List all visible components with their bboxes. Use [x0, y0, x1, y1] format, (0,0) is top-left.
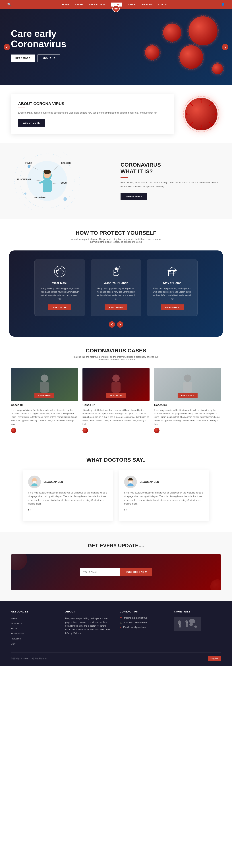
- doctor-1-name: DR.GOLAP DEN: [44, 480, 63, 483]
- hands-card-title: Wash Your Hands: [95, 281, 137, 285]
- svg-point-75: [190, 623, 193, 626]
- case-3-description: It is a long established fact that a rea…: [154, 408, 221, 426]
- footer-countries-col: COUNTRIES: [174, 610, 221, 647]
- list-item: Care: [11, 642, 58, 645]
- nav-news[interactable]: NEWS: [128, 3, 135, 6]
- svg-rect-29: [42, 180, 52, 192]
- doctors-heading: WHAT DOCTORS SAY..: [11, 457, 221, 463]
- footer-link-what[interactable]: What we do: [11, 622, 22, 625]
- symptoms-illustration: FEVER HEADACHE MUSCLE PAIN COUGH DYSPNOE…: [11, 152, 112, 210]
- footer-bottom-red-button[interactable]: 红色按钮: [208, 656, 221, 661]
- svg-point-12: [215, 113, 216, 115]
- svg-text:FEVER: FEVER: [25, 162, 32, 164]
- protect-next-arrow[interactable]: ❯: [117, 321, 123, 328]
- svg-point-31: [44, 170, 51, 174]
- about-corona-description: English. Many desktop publishing package…: [18, 111, 167, 115]
- svg-point-35: [24, 192, 26, 195]
- case-1-read-more-button[interactable]: READ MORE: [34, 393, 54, 398]
- svg-point-34: [63, 197, 67, 201]
- red-divider: [18, 107, 25, 108]
- svg-point-13: [190, 102, 191, 104]
- read-more-button[interactable]: READ MORE: [11, 55, 35, 62]
- protect-arrows: ❮ ❯: [16, 321, 216, 328]
- about-corona-card: ABOUT CORONA VIRUS English. Many desktop…: [11, 94, 174, 134]
- svg-point-51: [120, 268, 121, 269]
- nav-home[interactable]: HOME: [62, 3, 69, 6]
- case-3-read-more-button[interactable]: READ MORE: [178, 393, 198, 398]
- svg-point-57: [41, 374, 48, 382]
- hands-card-desc: Many desktop publishing packages and web…: [95, 287, 137, 301]
- home-icon: [166, 265, 178, 278]
- list-item: Home: [11, 617, 58, 620]
- mask-read-more-button[interactable]: READ MORE: [49, 304, 71, 310]
- doctor-2-description: It is a long established fact that a rea…: [124, 491, 204, 506]
- doctor-1-header: DR.GOLAP DEN: [28, 475, 108, 488]
- case-2-read-more-button[interactable]: READ MORE: [106, 393, 126, 398]
- mask-card-desc: Many desktop publishing packages and web…: [39, 287, 81, 301]
- home-card-desc: Many desktop publishing packages and web…: [151, 287, 193, 301]
- footer-link-media[interactable]: Media: [11, 627, 17, 630]
- footer-resources-heading: RESOURCES: [11, 610, 58, 613]
- list-item: Protection: [11, 637, 58, 640]
- footer-link-care[interactable]: Care: [11, 643, 16, 645]
- svg-rect-65: [33, 481, 36, 483]
- case-2-description: It is a long established fact that a rea…: [83, 408, 149, 426]
- doctor-2-quote: ": [124, 507, 204, 516]
- nav-about[interactable]: ABOUT: [75, 3, 84, 6]
- contact-address: 📍 Making this the first true: [120, 617, 167, 620]
- case-2-title: Cases 02: [83, 403, 149, 407]
- cases-grid: READ MORE Cases 01 It is a long establis…: [11, 368, 221, 435]
- site-logo[interactable]: [112, 5, 120, 12]
- symptoms-red-divider: [120, 177, 128, 178]
- svg-point-71: [179, 624, 181, 628]
- about-us-button[interactable]: ABOUT US: [37, 55, 60, 62]
- svg-rect-58: [40, 382, 49, 393]
- hands-read-more-button[interactable]: READ MORE: [105, 304, 127, 310]
- about-virus-image: [181, 98, 221, 130]
- protect-prev-arrow[interactable]: ❮: [109, 321, 115, 328]
- navbar: 🔍 HOME ABOUT TAKE ACTION COVID NEWS DOCT…: [0, 0, 232, 9]
- subscribe-button[interactable]: SUBSCRIBE NOW: [120, 568, 152, 576]
- user-icon[interactable]: 👤: [221, 3, 225, 6]
- symptoms-about-more-button[interactable]: ABOUT MORE: [120, 193, 147, 200]
- protect-section: HOW TO PROTECT YOURSELF when looking at …: [0, 219, 232, 337]
- svg-point-9: [200, 99, 202, 100]
- newsletter-section: GET EVERY UPDATE.... SUBSCRIBE NOW: [0, 532, 232, 601]
- hero-next-arrow[interactable]: ❯: [222, 44, 228, 50]
- nav-doctors[interactable]: DOCTORS: [141, 3, 153, 6]
- svg-text:DYSPNOEA: DYSPNOEA: [34, 196, 46, 198]
- footer-resources-links: Home What we do Media Travel Advice Prot…: [11, 617, 58, 645]
- footer-link-travel[interactable]: Travel Advice: [11, 632, 24, 635]
- svg-point-76: [194, 625, 197, 628]
- svg-point-70: [178, 620, 181, 625]
- hero-prev-arrow[interactable]: ❮: [4, 44, 10, 50]
- nav-take-action[interactable]: TAKE ACTION: [89, 3, 106, 6]
- virus-ball-1: [188, 16, 218, 45]
- about-corona-section: ABOUT CORONA VIRUS English. Many desktop…: [0, 85, 232, 143]
- svg-text:MUSCLE PAIN: MUSCLE PAIN: [17, 178, 31, 180]
- nav-contact[interactable]: CONTACT: [158, 3, 170, 6]
- svg-point-64: [31, 483, 37, 487]
- case-3-virus-dot: [154, 428, 160, 433]
- cases-heading: CORONAVIRUS CASES: [11, 347, 221, 354]
- svg-rect-60: [112, 382, 120, 393]
- footer-link-home[interactable]: Home: [11, 617, 17, 620]
- about-more-button[interactable]: ABOUT MORE: [18, 119, 45, 127]
- footer-resources-col: RESOURCES Home What we do Media Travel A…: [11, 610, 58, 647]
- newsletter-heading: GET EVERY UPDATE....: [11, 543, 221, 549]
- doctor-card-1: DR.GOLAP DEN It is a long established fa…: [23, 470, 113, 521]
- footer-grid: RESOURCES Home What we do Media Travel A…: [11, 610, 221, 647]
- protection-card-mask: Wear Mask Many desktop publishing packag…: [34, 259, 85, 316]
- home-card-title: Stay at Home: [151, 281, 193, 285]
- footer-link-protection[interactable]: Protection: [11, 638, 21, 640]
- home-read-more-button[interactable]: READ MORE: [161, 304, 183, 310]
- search-icon[interactable]: 🔍: [7, 3, 11, 6]
- svg-point-14: [211, 102, 213, 104]
- svg-point-73: [186, 622, 188, 627]
- footer-about-description: Many desktop publishing packages and web…: [65, 617, 112, 635]
- doctor-1-description: It is a long established fact that a rea…: [28, 491, 108, 506]
- doctor-2-avatar: [124, 475, 137, 488]
- footer-contact-heading: CONTACT US: [120, 610, 167, 613]
- email-input[interactable]: [80, 568, 120, 576]
- svg-point-74: [189, 619, 195, 623]
